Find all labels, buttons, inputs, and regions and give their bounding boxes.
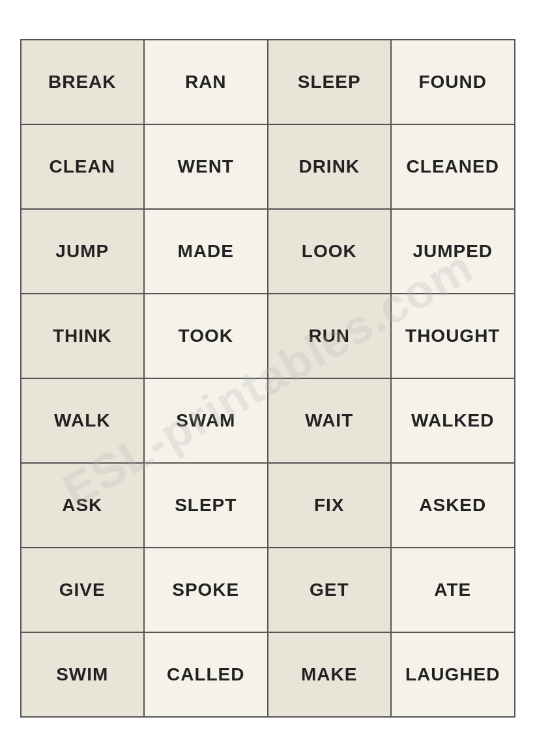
table-cell: DRINK [268,124,392,209]
table-row: JUMPMADELOOKJUMPED [21,209,515,294]
table-cell: CLEAN [21,124,145,209]
table-cell: ASKED [391,463,515,548]
page-wrapper: ESL-printables.com BREAKRANSLEEPFOUNDCLE… [14,26,522,731]
table-row: GIVESPOKEGETATE [21,548,515,632]
table-row: CLEANWENTDRINKCLEANED [21,124,515,209]
table-cell: GET [268,548,392,632]
table-row: ASKSLEPTFIXASKED [21,463,515,548]
table-row: THINKTOOKRUNTHOUGHT [21,294,515,378]
table-cell: TOOK [144,294,268,378]
table-cell: WALK [21,378,145,463]
table-cell: CALLED [144,632,268,717]
table-cell: SPOKE [144,548,268,632]
table-cell: SWAM [144,378,268,463]
table-cell: FOUND [391,40,515,124]
table-cell: SLEEP [268,40,392,124]
table-cell: CLEANED [391,124,515,209]
table-row: SWIMCALLEDMAKELAUGHED [21,632,515,717]
table-cell: ATE [391,548,515,632]
table-cell: SWIM [21,632,145,717]
table-cell: RAN [144,40,268,124]
table-cell: RUN [268,294,392,378]
table-cell: WENT [144,124,268,209]
table-row: WALKSWAMWAITWALKED [21,378,515,463]
table-cell: FIX [268,463,392,548]
table-cell: THINK [21,294,145,378]
table-cell: MADE [144,209,268,294]
table-cell: THOUGHT [391,294,515,378]
table-cell: JUMPED [391,209,515,294]
table-cell: WALKED [391,378,515,463]
table-cell: JUMP [21,209,145,294]
word-grid-table: BREAKRANSLEEPFOUNDCLEANWENTDRINKCLEANEDJ… [20,39,515,718]
table-row: BREAKRANSLEEPFOUND [21,40,515,124]
table-cell: MAKE [268,632,392,717]
table-cell: WAIT [268,378,392,463]
table-cell: LOOK [268,209,392,294]
table-cell: GIVE [21,548,145,632]
table-cell: LAUGHED [391,632,515,717]
table-cell: ASK [21,463,145,548]
table-cell: SLEPT [144,463,268,548]
table-cell: BREAK [21,40,145,124]
